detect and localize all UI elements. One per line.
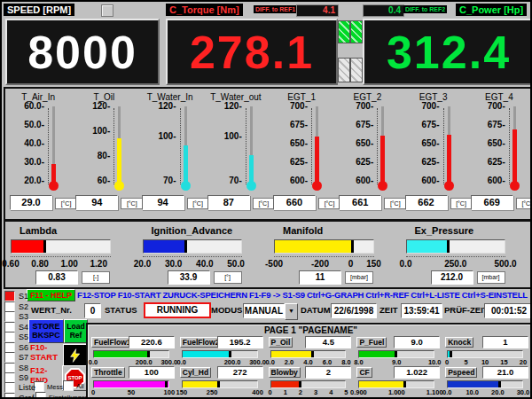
- checkbox-s8[interactable]: [4, 363, 15, 373]
- bar-gauge-panel: Lambda 0.600.801.001.20 0.83 [-]Ignition…: [4, 220, 532, 289]
- function-key-f10-start[interactable]: F10-START: [118, 290, 161, 300]
- channel-bar-fill: [271, 381, 301, 387]
- channel-bar-marker: [403, 381, 406, 387]
- all-checkbox-label: All: [76, 382, 83, 390]
- function-key-bar: F11 - HELP F12-STOPF10-STARTZURUCK-SPEIC…: [27, 288, 528, 301]
- function-key-zuruck-speichern[interactable]: ZURUCK-SPEICHERN: [162, 290, 247, 300]
- channel-value: 1: [482, 336, 528, 348]
- thermo-tick-label: 625: [269, 157, 308, 167]
- channel-tick-label: 10.0: [466, 388, 479, 396]
- checkbox-label: Graf: [19, 394, 35, 399]
- checkbox-s6[interactable]: [4, 342, 15, 353]
- function-key-ctrl-g-graph[interactable]: Ctrl+G-GRAPH: [307, 290, 364, 300]
- channel-tick-label: 250: [207, 388, 218, 396]
- checkbox-s3[interactable]: [4, 311, 15, 322]
- channel-tick-label: 30.0: [517, 388, 530, 396]
- channel-value: 2: [305, 366, 351, 379]
- checkbox-s1[interactable]: [4, 291, 15, 301]
- speed-value: 8000: [27, 29, 137, 75]
- channel-bar-fill: [183, 381, 219, 387]
- function-key-ctrl-l-liste[interactable]: Ctrl+L-LISTE: [411, 290, 459, 300]
- channel-bar-track: [358, 380, 434, 388]
- bar-gauge-name: Manifold: [283, 225, 323, 236]
- channel-row-2: Throttle 100 050100Cyl_Hd 272 150250400B…: [90, 366, 532, 396]
- load-button-line2: Ref: [70, 332, 82, 340]
- thermo-tick-label: 650: [401, 138, 440, 148]
- thermometer-T_Air_In: T_Air_In 60.050.040.030.020.0 29.0 [°C]: [5, 89, 71, 219]
- channel-bar-marker: [147, 351, 150, 357]
- channel-tick-label: 2.0: [285, 358, 293, 366]
- load-ref-button[interactable]: Load Ref: [64, 319, 88, 343]
- wert-value: 0: [84, 303, 101, 318]
- speed-label: SPEED [RPM]: [4, 4, 74, 16]
- status-label: STATUS: [105, 305, 137, 315]
- function-key-f1-f9-s1-s9[interactable]: F1-F9 -> S1-S9: [249, 290, 305, 300]
- channel-tick-label: 8.0: [341, 358, 350, 366]
- channel-name: Throttle: [91, 367, 125, 378]
- help-button[interactable]: F11 - HELP: [27, 289, 75, 301]
- function-key-ctrl-r-ref[interactable]: Ctrl+R-REF: [365, 290, 409, 300]
- channel-value: 220.6: [129, 336, 175, 348]
- thermo-gauge: 700675650625600: [466, 106, 532, 191]
- checkbox-s7[interactable]: [4, 352, 15, 363]
- thermometer-T_Oil: T_Oil 1201008060 94 [°C]: [71, 89, 137, 219]
- channel-bar-fill: [359, 381, 404, 387]
- channel-tick-label: 300.0: [249, 358, 266, 366]
- checkbox-graf[interactable]: [4, 393, 15, 399]
- function-key-ctrl-s-einstell[interactable]: Ctrl+S-EINSTELL: [462, 290, 528, 300]
- channel-tick-label: 4: [329, 388, 332, 396]
- bar-tick-label: 0.0: [400, 259, 412, 269]
- page-panel: PAGE 1 "PAGENAME" FuelFlow1 220.6 0.0200…: [86, 323, 532, 399]
- channel-bar-track: [358, 350, 434, 358]
- channel-value: 272: [217, 366, 263, 379]
- power-diff-value: 0.4: [363, 4, 404, 17]
- thermo-bulb: [114, 181, 124, 191]
- sidebar-item-liste: Liste: [4, 382, 35, 393]
- mess-checkbox-row: Mess: [34, 381, 63, 392]
- thermo-gauge: 60.050.040.030.020.0: [5, 106, 71, 191]
- thermo-tick-label: 60: [71, 176, 110, 185]
- channel-tick-label: 6.0: [323, 358, 332, 366]
- modus-dropdown-arrow-icon[interactable]: ▼: [285, 303, 298, 320]
- thermo-fill: [184, 145, 188, 185]
- channel-P_Oil: P_Oil 4.5 0.02.04.06.08.0: [267, 336, 356, 366]
- bar-tick-label: -500: [265, 259, 283, 269]
- thermo-tick-label: 50.0: [5, 120, 44, 129]
- bar-tick-label: 20.0: [134, 259, 151, 269]
- channel-value: 195.2: [217, 336, 263, 348]
- bar-gauge-track: [143, 239, 243, 254]
- thermo-tick-label: 600: [466, 176, 505, 185]
- channel-name: Cyl_Hd: [180, 367, 211, 378]
- thermometer-EGT_4: EGT_4 700675650625600 669 [°C]: [466, 89, 532, 219]
- bar-gauge-Ignition_Advance: Ignition_Advance 20.030.040.050.0 33.9 […: [137, 222, 270, 287]
- channel-tick-label: 1: [284, 388, 287, 396]
- start-lightning-button[interactable]: [63, 344, 88, 366]
- thermo-tick-label: 700: [466, 101, 505, 111]
- bar-gauge-value: 212.0: [431, 270, 473, 285]
- all-checkbox-row: All: [63, 380, 83, 391]
- einstellungen-checkbox[interactable]: [35, 392, 46, 399]
- thermo-tick-label: 70: [137, 176, 176, 185]
- checkbox-s4[interactable]: [4, 322, 15, 332]
- bar-tick-label: 30.0: [165, 259, 182, 269]
- function-key-f12-stop[interactable]: F12-STOP: [77, 290, 116, 300]
- store-bkspc-button[interactable]: STORE BKSPC: [28, 319, 64, 343]
- modus-select[interactable]: MANUAL: [243, 303, 285, 318]
- power-value: 312.4: [387, 29, 511, 75]
- channel-tick-label: 8.0: [354, 358, 363, 366]
- flag-icon: [101, 4, 113, 17]
- thermo-tick-label: 625: [401, 157, 440, 167]
- thermo-bulb: [378, 181, 387, 191]
- channel-Knock: Knock 1 05101520: [443, 336, 532, 366]
- thermo-tick-label: 700: [401, 101, 440, 111]
- all-checkbox[interactable]: [63, 380, 74, 391]
- checkbox-s2[interactable]: [4, 301, 15, 312]
- channel-name: Knock: [445, 337, 473, 348]
- checkbox-s5[interactable]: [4, 332, 15, 342]
- thermo-tick-label: 80: [71, 151, 110, 160]
- thermo-bulb: [312, 181, 322, 191]
- torque-display: 278.1: [166, 19, 338, 85]
- channel-FuelFlow1: FuelFlow1 220.6 0.0200.0300.0: [90, 336, 178, 366]
- checkbox-liste[interactable]: [4, 382, 15, 393]
- test-bench-window: SPEED [RPM] 8000 C_Torque [Nm] DIFF. to …: [0, 0, 532, 399]
